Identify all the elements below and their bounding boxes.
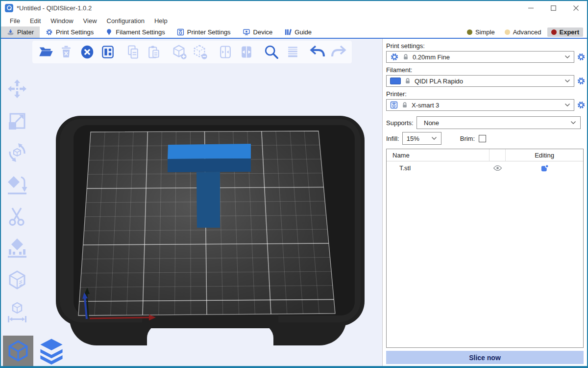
gizmo-toolbar xyxy=(5,77,29,324)
menu-file[interactable]: File xyxy=(5,17,25,25)
split-to-parts-icon xyxy=(239,44,254,60)
print-settings-edit-button[interactable] xyxy=(577,53,586,61)
remove-instance-button[interactable] xyxy=(191,42,209,62)
paste-button[interactable] xyxy=(145,42,163,62)
advanced-mode-dot-icon xyxy=(505,29,510,35)
variable-layer-height-button[interactable] xyxy=(283,42,301,62)
minimize-button[interactable] xyxy=(519,1,542,15)
arrange-button[interactable] xyxy=(98,42,117,62)
object-settings-icon[interactable] xyxy=(540,163,549,173)
search-icon xyxy=(263,44,280,60)
seam-painting-tool-button[interactable] xyxy=(5,268,29,292)
mode-simple[interactable]: Simple xyxy=(463,27,499,37)
place-on-face-tool-button[interactable] xyxy=(5,173,29,196)
menu-edit[interactable]: Edit xyxy=(25,17,46,25)
place-on-face-icon xyxy=(6,174,28,195)
paint-supports-tool-button[interactable] xyxy=(5,237,29,260)
tab-filament-settings[interactable]: Filament Settings xyxy=(99,26,171,38)
delete-button[interactable] xyxy=(57,42,75,62)
column-header-editing[interactable]: Editing xyxy=(506,152,583,159)
mode-selector: Simple Advanced Expert xyxy=(463,26,587,38)
scale-icon xyxy=(6,110,28,131)
measure-icon xyxy=(6,301,28,323)
tab-guide[interactable]: Guide xyxy=(278,26,318,38)
menu-window[interactable]: Window xyxy=(46,17,78,25)
rotate-icon xyxy=(6,142,28,163)
tab-print-settings[interactable]: Print Settings xyxy=(40,26,99,38)
settings-panel: Print settings: 0.20mm Fine Filament: QI… xyxy=(383,39,587,366)
menu-view[interactable]: View xyxy=(78,17,102,25)
tab-printer-settings[interactable]: Printer Settings xyxy=(171,26,237,38)
column-header-name[interactable]: Name xyxy=(387,152,489,159)
object-row-t-stl[interactable]: T.stl xyxy=(387,161,583,175)
view-3d-editor-button[interactable] xyxy=(3,336,33,366)
undo-button[interactable] xyxy=(308,42,327,62)
scale-tool-button[interactable] xyxy=(5,109,29,132)
print-settings-select[interactable]: 0.20mm Fine xyxy=(386,51,574,63)
undo-icon xyxy=(309,43,326,61)
menu-help[interactable]: Help xyxy=(149,17,172,25)
filament-label: Filament: xyxy=(386,66,586,74)
guide-icon xyxy=(284,28,292,36)
printer-edit-button[interactable] xyxy=(577,101,586,109)
lock-icon xyxy=(401,102,408,108)
filament-settings-icon xyxy=(105,28,113,36)
cut-scissors-icon xyxy=(6,206,28,227)
lock-icon xyxy=(404,78,411,84)
add-instance-button[interactable] xyxy=(170,42,189,62)
chevron-down-icon xyxy=(564,103,570,107)
filament-color-swatch xyxy=(390,78,401,84)
measure-tool-button[interactable] xyxy=(5,300,29,324)
add-instance-icon xyxy=(171,44,188,60)
cut-tool-button[interactable] xyxy=(5,205,29,228)
paste-icon xyxy=(146,44,162,60)
filament-select[interactable]: QIDI PLA Rapido xyxy=(386,75,574,87)
move-icon xyxy=(6,78,28,100)
window-title: *Untitled - QIDISlicer-1.0.2 xyxy=(17,4,92,12)
redo-button[interactable] xyxy=(329,42,348,62)
object-list: Name Editing T.stl xyxy=(386,149,584,348)
tab-device[interactable]: Device xyxy=(237,26,279,38)
main-toolbar xyxy=(32,41,352,63)
printer-settings-icon xyxy=(177,28,184,36)
brim-checkbox[interactable] xyxy=(479,135,486,142)
cube-3d-view-icon xyxy=(6,339,30,363)
redo-icon xyxy=(330,43,347,61)
close-button[interactable] xyxy=(564,1,587,15)
view-preview-layers-button[interactable] xyxy=(36,336,67,366)
plater-icon xyxy=(7,28,14,36)
tab-plater[interactable]: Plater xyxy=(1,26,40,38)
delete-all-button[interactable] xyxy=(78,42,97,62)
paint-supports-icon xyxy=(6,237,28,259)
split-to-parts-button[interactable] xyxy=(237,42,255,62)
arrange-icon xyxy=(100,44,116,60)
visibility-eye-icon[interactable] xyxy=(493,165,502,171)
object-name: T.stl xyxy=(387,164,489,172)
chevron-down-icon xyxy=(564,79,570,83)
mode-expert[interactable]: Expert xyxy=(547,27,583,37)
expert-mode-dot-icon xyxy=(551,29,557,35)
title-bar: *Untitled - QIDISlicer-1.0.2 xyxy=(1,1,587,15)
supports-select[interactable]: None xyxy=(416,116,581,129)
copy-button[interactable] xyxy=(124,42,143,62)
rotate-tool-button[interactable] xyxy=(5,141,29,164)
printer-label: Printer: xyxy=(386,90,586,98)
mode-advanced[interactable]: Advanced xyxy=(501,27,545,37)
menu-configuration[interactable]: Configuration xyxy=(102,17,149,25)
search-button[interactable] xyxy=(262,42,281,62)
viewport-3d[interactable] xyxy=(1,39,383,366)
maximize-button[interactable] xyxy=(542,1,564,15)
view-mode-switcher xyxy=(3,336,67,366)
open-button[interactable] xyxy=(36,42,55,62)
printer-select[interactable]: X-smart 3 xyxy=(386,99,574,111)
chevron-down-icon xyxy=(431,136,437,140)
chevron-down-icon xyxy=(564,55,570,59)
brim-label: Brim: xyxy=(460,135,475,142)
filament-edit-button[interactable] xyxy=(577,77,586,85)
infill-select[interactable]: 15% xyxy=(402,132,441,145)
move-tool-button[interactable] xyxy=(5,77,29,101)
slice-now-button[interactable]: Slice now xyxy=(386,351,584,364)
tab-bar: Plater Print Settings Filament Settings … xyxy=(1,26,587,39)
split-to-objects-button[interactable] xyxy=(216,42,235,62)
device-icon xyxy=(243,28,250,36)
